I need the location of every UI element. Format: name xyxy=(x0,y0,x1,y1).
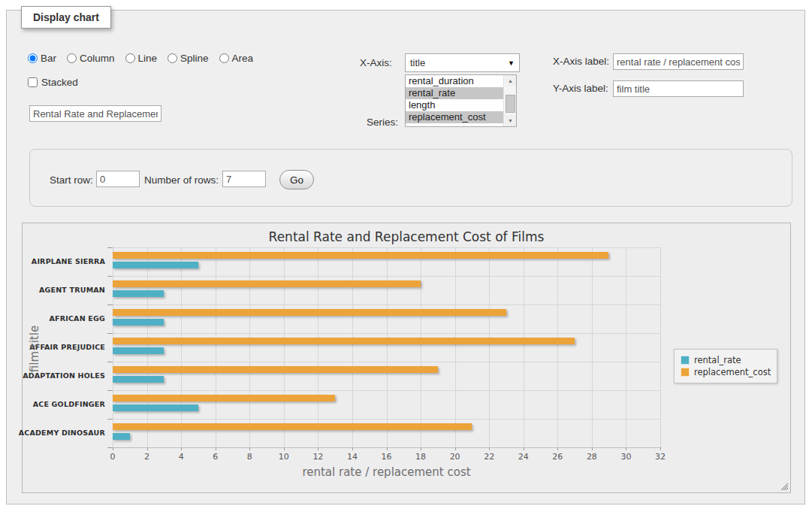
radio-area-label[interactable]: Area xyxy=(232,53,254,64)
radio-bar[interactable] xyxy=(28,53,38,63)
bar-replacement_cost[interactable] xyxy=(113,252,608,259)
bar-rental_rate[interactable] xyxy=(113,290,164,297)
x-tick-label: 30 xyxy=(620,452,631,462)
y-axis-label-input[interactable] xyxy=(613,80,744,97)
series-option[interactable]: replacement_cost xyxy=(406,111,504,123)
chart-title: Rental Rate and Replacement Cost of Film… xyxy=(23,229,790,244)
bar-replacement_cost[interactable] xyxy=(113,309,506,316)
radio-column-label[interactable]: Column xyxy=(80,53,115,64)
gridline xyxy=(592,247,593,447)
legend-item-rental_rate[interactable]: rental_rate xyxy=(681,355,771,365)
scroll-down-icon[interactable]: ▼ xyxy=(505,115,516,126)
x-axis-selected-value: title xyxy=(410,57,425,68)
start-row-input[interactable] xyxy=(96,171,140,187)
x-axis-line xyxy=(113,447,660,448)
bar-replacement_cost[interactable] xyxy=(113,338,575,344)
radio-spline-label[interactable]: Spline xyxy=(180,53,209,64)
gridline xyxy=(113,276,660,277)
stacked-checkbox-row: Stacked xyxy=(28,77,78,88)
bar-replacement_cost[interactable] xyxy=(113,423,472,430)
gridline xyxy=(626,247,626,447)
stacked-checkbox[interactable] xyxy=(28,77,38,87)
y-axis-tick xyxy=(107,362,113,362)
x-tick-label: 16 xyxy=(382,452,392,462)
radio-area[interactable] xyxy=(219,53,229,63)
gridline xyxy=(113,362,660,362)
gridline xyxy=(524,247,524,447)
gridline xyxy=(113,333,660,334)
category-label: ACE GOLDFINGER xyxy=(33,400,105,408)
series-listbox[interactable]: rental_duration rental_rate length repla… xyxy=(405,74,517,127)
row-range-panel: Start row: Number of rows: Go xyxy=(29,149,792,207)
y-axis-title: film title xyxy=(28,304,41,394)
gridline xyxy=(284,247,285,447)
stacked-label[interactable]: Stacked xyxy=(41,77,78,88)
y-axis-tick xyxy=(107,304,113,305)
x-tick-label: 6 xyxy=(213,452,218,462)
bar-rental_rate[interactable] xyxy=(113,262,198,268)
number-of-rows-input[interactable] xyxy=(222,171,266,187)
bar-rental_rate[interactable] xyxy=(113,433,130,440)
gridline xyxy=(557,247,558,447)
bar-rental_rate[interactable] xyxy=(113,319,164,326)
x-axis-title: rental rate / replacement cost xyxy=(113,465,660,479)
x-axis-tick xyxy=(660,447,661,450)
x-tick-label: 32 xyxy=(655,452,666,462)
radio-line-label[interactable]: Line xyxy=(138,53,158,64)
series-option[interactable]: rental_rate xyxy=(406,87,504,99)
go-button[interactable]: Go xyxy=(279,170,314,189)
radio-spline[interactable] xyxy=(168,53,177,63)
y-axis-tick xyxy=(107,447,113,448)
x-tick-label: 14 xyxy=(347,452,358,462)
chart-container: Rental Rate and Replacement Cost of Film… xyxy=(22,223,791,493)
category-label: AIRPLANE SIERRA xyxy=(32,257,105,265)
resize-handle-icon[interactable] xyxy=(780,482,788,490)
x-tick-label: 0 xyxy=(110,452,116,462)
gridline xyxy=(216,247,216,447)
y-axis-tick xyxy=(107,247,113,248)
chart-title-input[interactable] xyxy=(29,105,161,122)
radio-bar-label[interactable]: Bar xyxy=(41,53,56,64)
radio-column[interactable] xyxy=(67,53,77,63)
chart-type-radio-group: Bar Column Line Spline Area xyxy=(28,53,261,64)
gridline xyxy=(352,247,353,447)
x-axis-label-input[interactable] xyxy=(613,53,744,70)
bar-rental_rate[interactable] xyxy=(113,376,164,383)
legend-item-replacement_cost[interactable]: replacement_cost xyxy=(681,367,771,377)
gridline xyxy=(113,247,660,248)
series-option[interactable]: rental_duration xyxy=(406,75,504,87)
legend-swatch xyxy=(681,368,690,377)
gridline xyxy=(455,247,456,447)
number-of-rows-label: Number of rows: xyxy=(144,174,219,186)
listbox-scrollbar[interactable]: ▲ ▼ xyxy=(503,75,516,126)
series-listbox-label: Series: xyxy=(367,117,398,128)
y-axis-label-label: Y-Axis label: xyxy=(553,83,608,94)
gridline xyxy=(421,247,421,447)
x-tick-label: 22 xyxy=(484,452,494,462)
x-tick-label: 28 xyxy=(587,452,597,462)
plot-area: 02468101214161820222426283032AIRPLANE SI… xyxy=(113,247,660,447)
bar-rental_rate[interactable] xyxy=(113,404,198,411)
gridline xyxy=(113,419,660,420)
x-tick-label: 24 xyxy=(518,452,529,462)
series-option[interactable]: length xyxy=(406,99,504,111)
x-tick-label: 20 xyxy=(450,452,460,462)
radio-line[interactable] xyxy=(125,53,135,63)
x-axis-select[interactable]: title ▼ xyxy=(405,53,520,72)
y-axis-tick xyxy=(107,390,113,391)
x-tick-label: 4 xyxy=(179,452,184,462)
bar-replacement_cost[interactable] xyxy=(113,395,335,401)
legend-swatch xyxy=(681,356,690,365)
panel-title: Display chart xyxy=(21,6,111,29)
gridline xyxy=(113,304,660,305)
gridline xyxy=(113,390,660,391)
start-row-label: Start row: xyxy=(50,174,93,186)
scrollbar-thumb[interactable] xyxy=(506,95,515,113)
bar-rental_rate[interactable] xyxy=(113,347,164,354)
bar-replacement_cost[interactable] xyxy=(113,280,421,287)
x-tick-label: 12 xyxy=(312,452,323,462)
gridline xyxy=(387,247,388,447)
scroll-up-icon[interactable]: ▲ xyxy=(505,75,516,86)
bar-replacement_cost[interactable] xyxy=(113,366,438,373)
x-axis-label-label: X-Axis label: xyxy=(553,56,609,67)
